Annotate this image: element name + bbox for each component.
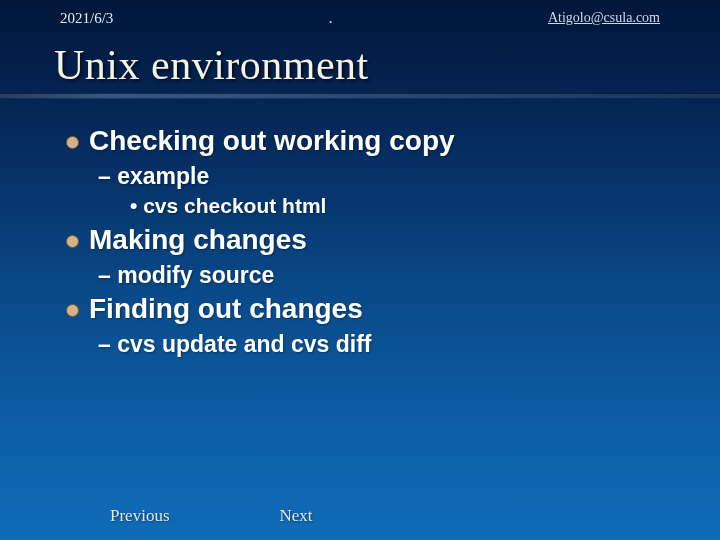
bullet-dot-icon bbox=[66, 304, 79, 317]
bullet-1-sub-1: – example bbox=[98, 163, 670, 190]
previous-button[interactable]: Previous bbox=[110, 506, 170, 526]
page-title: Unix environment bbox=[0, 33, 720, 93]
bullet-3: Finding out changes bbox=[66, 293, 670, 325]
bullet-2-text: Making changes bbox=[89, 224, 307, 256]
bullet-1: Checking out working copy bbox=[66, 125, 670, 157]
next-button[interactable]: Next bbox=[280, 506, 313, 526]
bullet-2: Making changes bbox=[66, 224, 670, 256]
footer-nav: Previous Next bbox=[0, 506, 720, 526]
bullet-2-sub-1: – modify source bbox=[98, 262, 670, 289]
bullet-3-sub-1: – cvs update and cvs diff bbox=[98, 331, 670, 358]
header-bar: 2021/6/3 . Atigolo@csula.com bbox=[0, 0, 720, 33]
email-link[interactable]: Atigolo@csula.com bbox=[548, 10, 660, 27]
bullet-1-sub-1-sub-1: • cvs checkout html bbox=[130, 194, 670, 218]
bullet-1-text: Checking out working copy bbox=[89, 125, 455, 157]
date-label: 2021/6/3 bbox=[60, 10, 113, 27]
bullet-3-text: Finding out changes bbox=[89, 293, 363, 325]
title-underline bbox=[0, 93, 720, 99]
bullet-dot-icon bbox=[66, 235, 79, 248]
title-block: Unix environment bbox=[0, 33, 720, 99]
content-area: Checking out working copy – example • cv… bbox=[0, 99, 720, 358]
bullet-dot-icon bbox=[66, 136, 79, 149]
center-dot: . bbox=[329, 10, 333, 27]
